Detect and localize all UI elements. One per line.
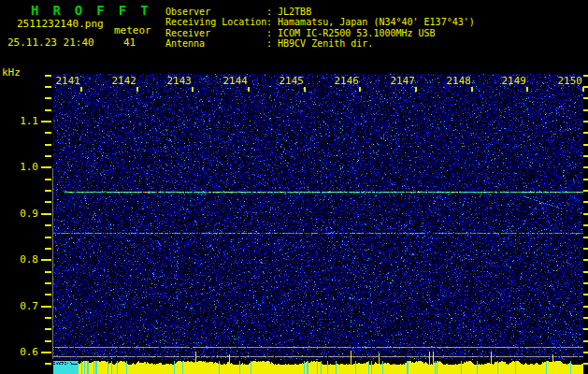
info-value: : HB9CV Zenith dir.: [266, 38, 373, 49]
axis-tick: [583, 109, 588, 111]
axis-tick: [583, 144, 588, 146]
hrofft-window: HROFFT 2511232140.png meteor 25.11.23 21…: [0, 0, 588, 374]
axis-tick: [136, 87, 138, 92]
y-axis-unit-label: kHz: [2, 66, 21, 79]
axis-tick: [583, 328, 588, 330]
axis-tick: [45, 224, 51, 226]
axis-tick: [41, 166, 51, 168]
axis-tick: [45, 109, 51, 111]
y-tick-label: 0.9: [9, 208, 38, 220]
axis-tick: [583, 317, 588, 319]
axis-tick: [45, 179, 51, 180]
axis-tick: [41, 306, 51, 308]
x-tick-label: 2142: [108, 75, 136, 87]
axis-tick: [45, 317, 51, 319]
axis-tick: [45, 294, 51, 295]
axis-tick: [583, 352, 588, 353]
axis-tick: [583, 201, 588, 203]
axis-tick: [583, 306, 588, 308]
y-tick-label: 1.1: [9, 115, 38, 127]
axis-tick: [526, 87, 528, 92]
axis-tick: [583, 97, 588, 99]
x-tick-label: 2148: [443, 75, 471, 87]
info-label: Receiving Location: [165, 17, 266, 27]
axis-tick: [45, 363, 51, 365]
info-label: Antenna: [165, 38, 266, 49]
y-tick-label: 1.0: [9, 161, 38, 173]
axis-tick: [45, 132, 51, 134]
axis-tick: [583, 75, 588, 77]
echo-count: 41: [123, 36, 136, 49]
x-tick-label: 2143: [164, 75, 192, 87]
axis-tick: [248, 87, 250, 92]
axis-tick: [583, 340, 588, 342]
axis-tick: [45, 271, 51, 273]
axis-tick: [415, 87, 417, 92]
axis-tick: [583, 271, 588, 273]
axis-tick: [583, 213, 588, 215]
y-tick-label: 0.7: [9, 300, 38, 312]
info-label: Receiver: [165, 28, 266, 38]
x-tick-label: 2146: [331, 75, 359, 87]
axis-tick: [41, 213, 51, 215]
axis-tick: [471, 87, 473, 92]
info-value: : JL2TBB: [266, 7, 311, 17]
axis-tick: [45, 75, 51, 77]
axis-tick: [45, 97, 51, 99]
axis-tick: [45, 328, 51, 330]
axis-tick: [583, 363, 588, 365]
info-row: Receiving Location: Hamamatsu, Japan (N3…: [165, 17, 475, 27]
y-tick-label: 0.6: [9, 346, 38, 358]
axis-tick: [45, 340, 51, 342]
axis-tick: [45, 86, 51, 88]
spectrogram-canvas: [53, 74, 583, 374]
axis-tick: [583, 224, 588, 226]
info-row: Observer: JL2TBB: [165, 7, 311, 17]
axis-tick: [583, 155, 588, 157]
axis-tick: [583, 121, 588, 122]
info-label: Observer: [165, 7, 266, 17]
info-value: : Hamamatsu, Japan (N34°40' E137°43'): [266, 17, 475, 27]
axis-tick: [583, 259, 588, 261]
x-tick-label: 2150: [554, 75, 582, 87]
axis-tick: [45, 155, 51, 157]
axis-tick: [304, 87, 306, 92]
x-tick-label: 2149: [498, 75, 526, 87]
axis-tick: [45, 201, 51, 203]
x-tick-label: 2145: [276, 75, 304, 87]
x-tick-label: 2147: [387, 75, 415, 87]
axis-tick: [45, 282, 51, 284]
plot-left-border-line: [52, 168, 53, 359]
axis-tick: [582, 87, 584, 92]
axis-tick: [192, 87, 194, 92]
axis-tick: [583, 237, 588, 238]
x-tick-label: 2144: [220, 75, 248, 87]
x-tick-label: 2141: [52, 75, 80, 87]
axis-tick: [45, 144, 51, 146]
info-value: : ICOM IC-R2500 53.1000MHz USB: [266, 28, 436, 38]
axis-tick: [583, 132, 588, 134]
axis-tick: [45, 190, 51, 192]
axis-tick: [359, 87, 361, 92]
axis-tick: [41, 259, 51, 261]
axis-tick: [583, 190, 588, 192]
y-tick-label: 0.8: [9, 253, 38, 266]
axis-tick: [583, 166, 588, 168]
axis-tick: [41, 352, 51, 353]
axis-tick: [45, 237, 51, 238]
info-row: Antenna: HB9CV Zenith dir.: [165, 38, 373, 49]
axis-tick: [45, 248, 51, 250]
axis-tick: [583, 179, 588, 180]
axis-tick: [583, 282, 588, 284]
output-filename: 2511232140.png: [17, 18, 104, 30]
observation-datetime: 25.11.23 21:40: [7, 36, 94, 49]
mode-label: meteor: [114, 24, 151, 36]
axis-tick: [80, 87, 82, 92]
axis-tick: [583, 248, 588, 250]
axis-tick: [583, 294, 588, 295]
info-row: Receiver: ICOM IC-R2500 53.1000MHz USB: [165, 28, 436, 38]
app-title: HROFFT: [31, 3, 163, 18]
axis-tick: [41, 121, 51, 122]
